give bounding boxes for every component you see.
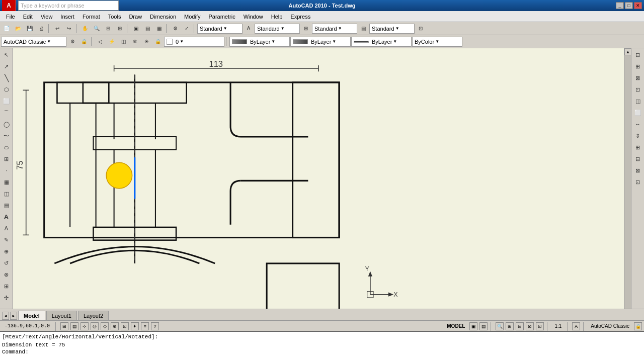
tool-poly[interactable]: ⬡: [1, 84, 12, 95]
tab-model[interactable]: Model: [18, 311, 45, 320]
dim-style-dropdown[interactable]: Standard▼: [255, 24, 300, 34]
layer-lock[interactable]: 🔒: [152, 36, 164, 47]
rt-btn2[interactable]: ⊞: [632, 61, 643, 72]
ml-icon[interactable]: ⊡: [415, 23, 426, 34]
tool-line[interactable]: ╲: [1, 72, 12, 83]
menu-draw[interactable]: Draw: [125, 13, 146, 21]
ortho-button[interactable]: ⊹: [80, 322, 89, 330]
maximize-button[interactable]: □: [625, 2, 633, 9]
rt-btn12[interactable]: ⊡: [632, 176, 643, 188]
layer-off[interactable]: ☀: [141, 36, 152, 47]
linetype-dropdown[interactable]: ByLayer ▼: [290, 37, 351, 47]
zoom-btn[interactable]: 🔍: [496, 322, 504, 330]
workspace-settings[interactable]: ⚙: [67, 36, 78, 47]
layer-freeze[interactable]: ❄: [129, 36, 140, 47]
vp-btn3[interactable]: ▦: [153, 23, 165, 34]
tool-table[interactable]: ▤: [1, 200, 12, 211]
model-label[interactable]: MODEL: [444, 322, 467, 331]
layer-state[interactable]: ⚡: [106, 36, 117, 47]
lw-button[interactable]: ≡: [141, 322, 149, 330]
rt-btn10[interactable]: ⊟: [632, 153, 643, 164]
tool-move[interactable]: ✣: [1, 292, 12, 303]
dim-icon[interactable]: ⊞: [300, 23, 311, 34]
tab-layout1[interactable]: Layout1: [46, 311, 77, 320]
tool-region[interactable]: ◫: [1, 188, 12, 199]
tool-mtext[interactable]: A: [1, 211, 12, 222]
rt-btn6[interactable]: ⬜: [632, 107, 643, 118]
dyn-button[interactable]: ✦: [131, 322, 139, 330]
close-button[interactable]: ✕: [634, 2, 642, 9]
menu-express[interactable]: Express: [286, 13, 314, 21]
new-button[interactable]: 📄: [1, 23, 12, 34]
rt-btn1[interactable]: ⊟: [632, 49, 643, 60]
snap-button[interactable]: ⊞: [60, 322, 68, 330]
paper-btn1[interactable]: ▣: [469, 322, 477, 330]
tool-copy[interactable]: ⊕: [1, 246, 12, 257]
tool-spline[interactable]: 〜: [1, 130, 12, 141]
pan-button[interactable]: ✋: [79, 23, 91, 34]
menu-dimension[interactable]: Dimension: [146, 13, 180, 21]
otrack-button[interactable]: ⊕: [111, 322, 119, 330]
menu-parametric[interactable]: Parametric: [204, 13, 239, 21]
zoom-prev[interactable]: ⊟: [103, 23, 114, 34]
tool-point[interactable]: ·: [1, 165, 12, 176]
lineweight-dropdown[interactable]: ByLayer ▼: [351, 37, 412, 47]
tool-select2[interactable]: ↗: [1, 61, 12, 72]
menu-modify[interactable]: Modify: [180, 13, 204, 21]
ml-style-dropdown[interactable]: Standard▼: [369, 24, 415, 34]
zoom3-btn[interactable]: ⊟: [516, 322, 524, 330]
command-input[interactable]: [30, 349, 642, 355]
color-dropdown1[interactable]: ByLayer ▼: [229, 37, 290, 47]
vp-btn1[interactable]: ▣: [130, 23, 141, 34]
rt-btn5[interactable]: ◫: [632, 96, 643, 107]
redo-button[interactable]: ↪: [63, 23, 74, 34]
osnap-button[interactable]: ◇: [101, 322, 109, 330]
tool-select[interactable]: ↖: [1, 49, 12, 60]
tab-layout2[interactable]: Layout2: [78, 311, 109, 320]
workspace-lock[interactable]: 🔒: [78, 36, 90, 47]
layer-manager[interactable]: ◫: [118, 36, 129, 47]
prop-btn[interactable]: ⚙: [170, 23, 181, 34]
tool-ellipse[interactable]: ⬭: [1, 142, 12, 153]
tool-circle[interactable]: ◯: [1, 119, 12, 130]
style-icon[interactable]: A: [243, 23, 254, 34]
table-icon[interactable]: ▤: [358, 23, 369, 34]
anno-btn[interactable]: A: [572, 322, 580, 330]
tool-erase[interactable]: ✎: [1, 234, 12, 245]
zoom5-btn[interactable]: ⊡: [536, 322, 544, 330]
vertical-scrollbar[interactable]: ▲ ▼: [624, 48, 631, 309]
tool-offset[interactable]: ⊗: [1, 269, 12, 280]
workspace-status[interactable]: AutoCAD Classic: [588, 322, 632, 331]
layer-prev[interactable]: ◁: [95, 36, 106, 47]
tool-hatch[interactable]: ▦: [1, 176, 12, 188]
tool-array[interactable]: ⊞: [1, 281, 12, 292]
tab-scroll-right[interactable]: ►: [10, 312, 17, 320]
scroll-track-v[interactable]: [624, 55, 631, 309]
grid-button[interactable]: ▤: [70, 322, 78, 330]
drawing-canvas[interactable]: 113 75: [13, 48, 624, 309]
menu-tools[interactable]: Tools: [104, 13, 125, 21]
table-style-dropdown[interactable]: Standard▼: [312, 24, 357, 34]
open-button[interactable]: 📂: [13, 23, 24, 34]
zoom-ext[interactable]: ⊞: [114, 23, 125, 34]
print-button[interactable]: 🖨: [36, 23, 47, 34]
scroll-up-button[interactable]: ▲: [624, 48, 631, 55]
rt-btn9[interactable]: ⊞: [632, 142, 643, 153]
workspace-dropdown[interactable]: AutoCAD Classic ▼: [1, 37, 66, 47]
search-input[interactable]: Type a keyword or phrase: [18, 1, 119, 11]
layer-dropdown[interactable]: 0 ▼: [164, 37, 224, 47]
rt-btn8[interactable]: ⇕: [632, 130, 643, 141]
vp-btn2[interactable]: ▤: [142, 23, 153, 34]
zoom-button[interactable]: 🔍: [91, 23, 102, 34]
menu-file[interactable]: File: [2, 13, 19, 21]
ducs-button[interactable]: ⊡: [121, 322, 129, 330]
menu-edit[interactable]: Edit: [19, 13, 37, 21]
save-button[interactable]: 💾: [24, 23, 35, 34]
menu-view[interactable]: View: [37, 13, 57, 21]
tool-insert[interactable]: ⊞: [1, 153, 12, 164]
rt-btn4[interactable]: ⊡: [632, 84, 643, 95]
polar-button[interactable]: ◎: [91, 322, 99, 330]
menu-window[interactable]: Window: [239, 13, 267, 21]
match-btn[interactable]: ✓: [181, 23, 192, 34]
lock-ui-btn[interactable]: 🔒: [634, 322, 642, 330]
